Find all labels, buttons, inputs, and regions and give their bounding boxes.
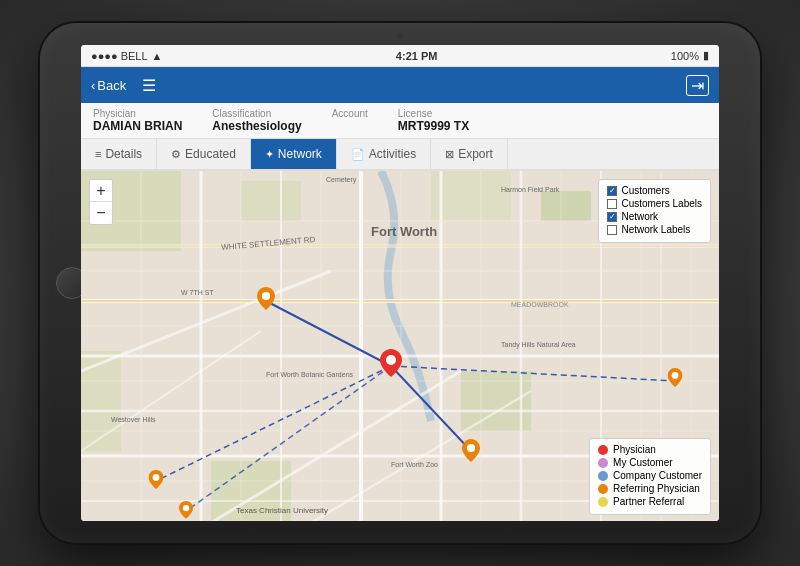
classification-value: Anesthesiology bbox=[212, 119, 301, 133]
referring-pin-2[interactable] bbox=[462, 439, 480, 466]
classification-field: Classification Anesthesiology bbox=[212, 108, 301, 133]
people-icon: ⚙ bbox=[171, 148, 181, 161]
tab-educated[interactable]: ⚙ Educated bbox=[157, 139, 251, 169]
my-customer-legend-label: My Customer bbox=[613, 457, 672, 468]
customers-checkbox[interactable]: ✓ bbox=[607, 186, 617, 196]
tab-details-label: Details bbox=[105, 147, 142, 161]
tab-activities[interactable]: 📄 Activities bbox=[337, 139, 431, 169]
status-time: 4:21 PM bbox=[396, 50, 438, 62]
carrier-text: ●●●● BELL bbox=[91, 50, 148, 62]
license-field: License MRT9999 TX bbox=[398, 108, 469, 133]
referring-physician-dot bbox=[598, 484, 608, 494]
customers-labels-checkbox[interactable] bbox=[607, 199, 617, 209]
referring-pin-5[interactable] bbox=[179, 501, 193, 521]
nav-bar: ‹ Back ☰ ⇥ bbox=[81, 67, 719, 103]
ipad-screen: ●●●● BELL ▲ 4:21 PM 100% ▮ ‹ Back ☰ ⇥ bbox=[81, 45, 719, 521]
battery-icon: ▮ bbox=[703, 49, 709, 62]
network-labels-label: Network Labels bbox=[621, 224, 690, 235]
tab-educated-label: Educated bbox=[185, 147, 236, 161]
referring-pin-1[interactable] bbox=[257, 287, 275, 314]
referring-pin-2-icon bbox=[462, 439, 480, 462]
info-row: Physician DAMIAN BRIAN Classification An… bbox=[81, 103, 719, 139]
partner-referral-dot bbox=[598, 497, 608, 507]
tab-network-label: Network bbox=[278, 147, 322, 161]
physician-name: DAMIAN BRIAN bbox=[93, 119, 182, 133]
map-zoom-controls: + − bbox=[89, 179, 113, 225]
forward-icon[interactable]: ⇥ bbox=[686, 75, 709, 96]
map-legend-top-right: ✓ Customers Customers Labels ✓ Network N… bbox=[598, 179, 711, 243]
zoom-out-button[interactable]: − bbox=[90, 202, 112, 224]
street-label-4: Harmon Field Park bbox=[501, 186, 559, 193]
map-background: Fort Worth + − ✓ bbox=[81, 171, 719, 521]
wifi-icon: ▲ bbox=[152, 50, 163, 62]
referring-pin-4-icon bbox=[149, 470, 164, 489]
export-icon: ⊠ bbox=[445, 148, 454, 161]
network-label: Network bbox=[621, 211, 658, 222]
referring-pin-4[interactable] bbox=[149, 470, 164, 493]
account-label: Account bbox=[332, 108, 368, 119]
street-label-2: W 7TH ST bbox=[181, 289, 214, 296]
physician-legend-label: Physician bbox=[613, 444, 656, 455]
license-label: License bbox=[398, 108, 469, 119]
svg-point-50 bbox=[467, 444, 475, 452]
list-icon: ≡ bbox=[95, 148, 101, 160]
zoom-in-button[interactable]: + bbox=[90, 180, 112, 202]
legend-customers-labels[interactable]: Customers Labels bbox=[607, 198, 702, 209]
svg-point-52 bbox=[153, 474, 160, 481]
customers-label: Customers bbox=[621, 185, 669, 196]
tab-activities-label: Activities bbox=[369, 147, 416, 161]
network-icon: ✦ bbox=[265, 148, 274, 161]
my-customer-dot bbox=[598, 458, 608, 468]
license-value: MRT9999 TX bbox=[398, 119, 469, 133]
tab-network[interactable]: ✦ Network bbox=[251, 139, 337, 169]
tab-export[interactable]: ⊠ Export bbox=[431, 139, 508, 169]
tab-bar: ≡ Details ⚙ Educated ✦ Network 📄 Activit… bbox=[81, 139, 719, 171]
battery-text: 100% bbox=[671, 50, 699, 62]
company-customer-legend-label: Company Customer bbox=[613, 470, 702, 481]
svg-point-51 bbox=[672, 372, 679, 379]
map-area[interactable]: Fort Worth + − ✓ bbox=[81, 171, 719, 521]
legend-my-customer: My Customer bbox=[598, 457, 702, 468]
referring-pin-3[interactable] bbox=[668, 368, 683, 391]
menu-icon[interactable]: ☰ bbox=[142, 76, 156, 95]
referring-pin-3-icon bbox=[668, 368, 683, 387]
physician-pin[interactable] bbox=[380, 349, 402, 381]
classification-label: Classification bbox=[212, 108, 301, 119]
tab-export-label: Export bbox=[458, 147, 493, 161]
legend-network[interactable]: ✓ Network bbox=[607, 211, 702, 222]
customers-labels-label: Customers Labels bbox=[621, 198, 702, 209]
legend-customers[interactable]: ✓ Customers bbox=[607, 185, 702, 196]
street-label-3: Cemetery bbox=[326, 176, 356, 183]
map-legend-bottom: Physician My Customer Company Customer R… bbox=[589, 438, 711, 515]
back-label: Back bbox=[97, 78, 126, 93]
physician-label: Physician bbox=[93, 108, 182, 119]
back-chevron-icon: ‹ bbox=[91, 78, 95, 93]
svg-rect-2 bbox=[241, 181, 301, 221]
tab-details[interactable]: ≡ Details bbox=[81, 139, 157, 169]
legend-partner-referral: Partner Referral bbox=[598, 496, 702, 507]
status-bar: ●●●● BELL ▲ 4:21 PM 100% ▮ bbox=[81, 45, 719, 67]
svg-text:Fort Worth: Fort Worth bbox=[371, 224, 437, 239]
network-checkbox[interactable]: ✓ bbox=[607, 212, 617, 222]
legend-physician: Physician bbox=[598, 444, 702, 455]
back-button[interactable]: ‹ Back bbox=[91, 78, 126, 93]
street-label-8: Fort Worth Botanic Gardens bbox=[266, 371, 353, 378]
street-label-9: Tandy Hills Natural Area bbox=[501, 341, 576, 348]
svg-rect-4 bbox=[541, 191, 591, 221]
referring-physician-legend-label: Referring Physician bbox=[613, 483, 700, 494]
referring-pin-5-icon bbox=[179, 501, 193, 519]
referring-pin-1-icon bbox=[257, 287, 275, 310]
partner-referral-legend-label: Partner Referral bbox=[613, 496, 684, 507]
legend-company-customer: Company Customer bbox=[598, 470, 702, 481]
street-label-7: Fort Worth Zoo bbox=[391, 461, 438, 468]
nav-left: ‹ Back ☰ bbox=[91, 76, 156, 95]
network-labels-checkbox[interactable] bbox=[607, 225, 617, 235]
svg-point-49 bbox=[262, 292, 270, 300]
svg-point-53 bbox=[183, 505, 189, 511]
company-customer-dot bbox=[598, 471, 608, 481]
legend-network-labels[interactable]: Network Labels bbox=[607, 224, 702, 235]
legend-referring-physician: Referring Physician bbox=[598, 483, 702, 494]
svg-rect-3 bbox=[431, 171, 511, 221]
status-right: 100% ▮ bbox=[671, 49, 709, 62]
physician-dot bbox=[598, 445, 608, 455]
